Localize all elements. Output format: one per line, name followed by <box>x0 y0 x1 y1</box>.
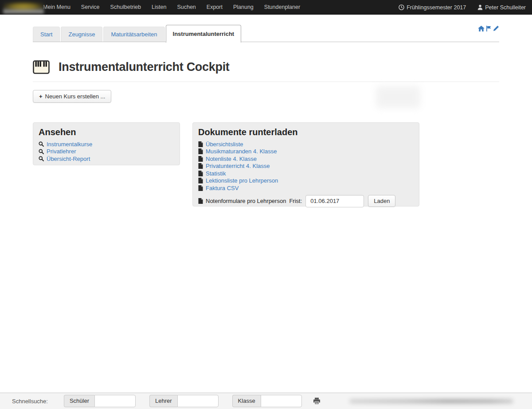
new-course-button[interactable]: + Neuen Kurs erstellen ... <box>33 90 111 103</box>
link-label: Instrumentalkurse <box>47 141 92 148</box>
notenformulare-label: Notenformulare pro Lehrperson <box>206 198 286 204</box>
lehrer-field-label: Lehrer <box>149 395 177 407</box>
quicksearch-label: Schnellsuche: <box>12 398 48 405</box>
clock-icon <box>399 4 404 10</box>
file-icon <box>198 141 203 147</box>
dokumente-panel: Dokumente runterladen Übersichtsliste Mu… <box>192 122 419 206</box>
link-faktura-csv[interactable]: Faktura CSV <box>198 184 414 192</box>
pencil-icon[interactable] <box>493 25 499 31</box>
tab-instrumentalunterricht[interactable]: Instrumentalunterricht <box>166 25 242 43</box>
schueler-search-input[interactable] <box>94 395 136 407</box>
quicksearch-group-klasse: Klasse <box>232 395 302 407</box>
notenformulare-row: Notenformulare pro Lehrperson Frist: Lad… <box>198 195 414 207</box>
title-divider <box>33 82 499 82</box>
lehrer-search-input[interactable] <box>177 395 219 407</box>
laden-button[interactable]: Laden <box>368 195 395 207</box>
file-icon <box>198 163 203 169</box>
tab-bar: Start Zeugnisse Maturitätsarbeiten Instr… <box>33 25 499 42</box>
redacted-footer-text <box>349 399 513 404</box>
quicksearch-bar: Schnellsuche: Schüler Lehrer Klasse <box>0 393 532 409</box>
link-uebersichtsliste[interactable]: Übersichtsliste <box>198 140 414 148</box>
ansehen-panel-title: Ansehen <box>39 127 174 137</box>
link-notenliste[interactable]: Notenliste 4. Klasse <box>198 155 414 163</box>
frist-label: Frist: <box>289 198 302 204</box>
link-label: Privatunterricht 4. Klasse <box>206 163 270 169</box>
page-title: Instrumentalunterricht Cockpit <box>59 60 230 74</box>
link-label: Lektionsliste pro Lehrperson <box>206 177 278 184</box>
link-label: Statistik <box>206 170 226 177</box>
nav-item-suchen[interactable]: Suchen <box>172 0 201 15</box>
quicksearch-group-schueler: Schüler <box>64 395 136 407</box>
page-header: Instrumentalunterricht Cockpit <box>33 60 230 74</box>
semester-indicator: Frühlingssemester 2017 <box>399 4 466 11</box>
nav-item-stundenplaner[interactable]: Stundenplaner <box>259 0 305 15</box>
nav-item-schulbetrieb[interactable]: Schulbetrieb <box>105 0 147 15</box>
link-label: Musikmaturanden 4. Klasse <box>206 148 277 155</box>
file-icon <box>198 198 203 204</box>
redacted-watermark <box>376 86 420 108</box>
semester-label: Frühlingssemester 2017 <box>407 4 466 11</box>
user-menu[interactable]: Peter Schulleiter <box>477 4 526 11</box>
user-name: Peter Schulleiter <box>485 4 526 11</box>
klasse-field-label: Klasse <box>232 395 261 407</box>
quicksearch-group-lehrer: Lehrer <box>149 395 219 407</box>
nav-item-export[interactable]: Export <box>201 0 228 15</box>
search-icon <box>39 149 44 154</box>
print-button[interactable] <box>313 397 321 405</box>
nav-item-listen[interactable]: Listen <box>146 0 172 15</box>
link-instrumentalkurse[interactable]: Instrumentalkurse <box>39 140 174 148</box>
navbar-right: Frühlingssemester 2017 Peter Schulleiter <box>399 0 526 15</box>
link-privatlehrer[interactable]: Privatlehrer <box>39 148 174 156</box>
klasse-search-input[interactable] <box>261 395 302 407</box>
cockpit-panels: Ansehen Instrumentalkurse Privatlehrer Ü… <box>33 122 419 206</box>
file-icon <box>198 156 203 162</box>
main-menu: Mein Menu Service Schulbetrieb Listen Su… <box>38 0 305 15</box>
tab-start[interactable]: Start <box>33 27 60 42</box>
link-label: Faktura CSV <box>206 185 239 191</box>
file-icon <box>198 148 203 154</box>
nav-item-planung[interactable]: Planung <box>228 0 259 15</box>
home-icon[interactable] <box>478 26 485 31</box>
plus-icon: + <box>39 93 43 100</box>
search-icon <box>39 156 44 161</box>
printer-icon <box>313 397 321 405</box>
schueler-field-label: Schüler <box>64 395 94 407</box>
link-label: Privatlehrer <box>47 148 76 155</box>
link-label: Übersichtsliste <box>206 141 243 148</box>
app-logo-redacted <box>3 1 44 13</box>
piano-icon <box>33 60 50 74</box>
new-course-button-label: Neuen Kurs erstellen ... <box>45 93 106 100</box>
link-uebersicht-report[interactable]: Übersicht-Report <box>39 155 174 163</box>
frist-date-input[interactable] <box>305 195 364 207</box>
link-label: Übersicht-Report <box>47 156 90 162</box>
ansehen-panel: Ansehen Instrumentalkurse Privatlehrer Ü… <box>33 122 180 165</box>
top-navbar: Mein Menu Service Schulbetrieb Listen Su… <box>0 0 532 15</box>
flag-icon[interactable] <box>486 26 491 31</box>
link-lektionsliste[interactable]: Lektionsliste pro Lehrperson <box>198 177 414 185</box>
link-musikmaturanden[interactable]: Musikmaturanden 4. Klasse <box>198 148 414 156</box>
link-label: Notenliste 4. Klasse <box>206 156 257 162</box>
file-icon <box>198 185 203 191</box>
file-icon <box>198 171 203 176</box>
tab-zeugnisse[interactable]: Zeugnisse <box>61 27 102 42</box>
dokumente-panel-title: Dokumente runterladen <box>198 127 414 137</box>
search-icon <box>39 141 44 147</box>
user-icon <box>477 4 483 10</box>
nav-item-service[interactable]: Service <box>76 0 105 15</box>
page-action-icons <box>478 25 499 31</box>
file-icon <box>198 178 203 183</box>
link-statistik[interactable]: Statistik <box>198 170 414 177</box>
tab-maturitaetsarbeiten[interactable]: Maturitätsarbeiten <box>103 27 164 42</box>
laden-button-label: Laden <box>374 198 390 204</box>
link-privatunterricht[interactable]: Privatunterricht 4. Klasse <box>198 163 414 170</box>
